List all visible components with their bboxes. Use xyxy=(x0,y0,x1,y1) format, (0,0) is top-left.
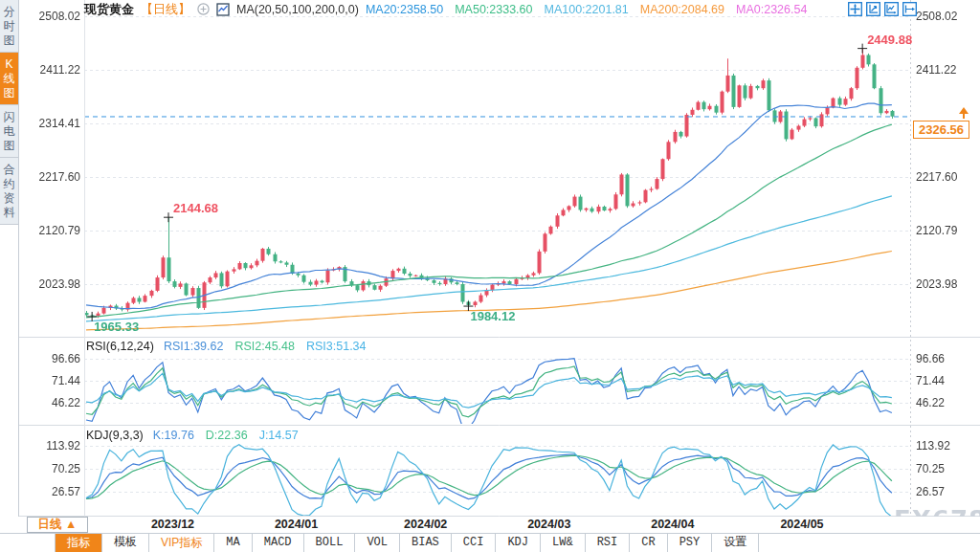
indicator-value: RSI1:39.62 xyxy=(164,340,224,353)
chart-header: 现货黄金 【日线】 MA(20,50,100,200,0,0) MA20:235… xyxy=(84,1,807,17)
toolbar-spacer xyxy=(0,534,56,552)
date-axis-row: 日线 ▲ 2023/122024/012024/022024/032024/04… xyxy=(0,517,980,533)
price-axis-label: 2217.60 xyxy=(17,170,80,184)
indicator-value: RSI2:45.48 xyxy=(234,340,295,353)
indicator-toolbar: 指标模板VIP指标MAMACDBOLLVOLBIASCCIKDJLW&RSICR… xyxy=(0,533,980,552)
kdj-header: KDJ(9,3,3) K:19.76D:22.36J:14.57 xyxy=(86,428,299,443)
x-axis-date: 2024/03 xyxy=(527,518,570,531)
rsi-values: RSI1:39.62RSI2:45.48RSI3:51.34 xyxy=(164,340,367,353)
x-axis-date: 2024/04 xyxy=(651,518,694,531)
ma-settings-label: MA(20,50,100,200,0,0) xyxy=(236,3,359,16)
toolbar-tab-PSY[interactable]: PSY xyxy=(668,534,713,552)
x-axis-date: 2023/12 xyxy=(151,518,194,531)
annotation-label: 2449.88 xyxy=(867,33,912,47)
current-price-box: 2326.56 xyxy=(913,121,969,139)
rsi-axis-label: 96.66 xyxy=(17,352,80,365)
kdj-values: K:19.76D:22.36J:14.57 xyxy=(153,429,299,442)
zoom-x-icon[interactable] xyxy=(884,2,899,16)
indicator-value: J:14.57 xyxy=(259,429,299,442)
toolbar-tab-BOLL[interactable]: BOLL xyxy=(304,534,356,552)
ma-value: MA0:2326.54 xyxy=(736,3,807,16)
period-selector-button[interactable]: 日线 ▲ xyxy=(27,517,88,533)
price-axis-label: 2023.98 xyxy=(17,277,80,291)
kdj-axis-label-right: 26.57 xyxy=(916,485,977,498)
kdj-axis-label: 26.57 xyxy=(17,485,80,498)
price-axis-label-right: 2023.98 xyxy=(916,277,977,291)
toolbar-tab-MACD[interactable]: MACD xyxy=(253,534,304,552)
sidebar-tab-2[interactable]: 闪电图 xyxy=(0,105,18,158)
price-axis-label-right: 2120.79 xyxy=(916,224,977,237)
toolbar-tab-LW&[interactable]: LW& xyxy=(541,534,586,552)
price-axis-label: 2314.41 xyxy=(17,117,80,130)
zoom-y-icon[interactable] xyxy=(866,2,880,16)
ma-value: MA200:2084.69 xyxy=(640,3,724,16)
toolbar-tab-VIP指标[interactable]: VIP指标 xyxy=(149,534,214,552)
price-axis-label-right: 2217.60 xyxy=(916,170,977,184)
rsi-title: RSI(6,12,24) xyxy=(86,340,154,353)
chart-canvas[interactable] xyxy=(0,0,980,552)
rsi-axis-label-right: 46.22 xyxy=(916,396,977,409)
annotation-label: 1965.33 xyxy=(94,320,139,334)
toolbar-tab-KDJ[interactable]: KDJ xyxy=(496,534,541,552)
toolbar-tab-指标[interactable]: 指标 xyxy=(56,534,102,552)
crosshair-icon[interactable] xyxy=(848,2,862,16)
ma-value: MA50:2333.60 xyxy=(455,3,532,16)
trading-chart-app: 分时图K线图闪电图合约资料 现货黄金 【日线】 MA(20,50,100,200… xyxy=(0,0,980,552)
chart-style-icon[interactable] xyxy=(216,3,230,16)
toolbar-tab-设置[interactable]: 设置 xyxy=(712,534,759,552)
toolbar-tab-MA[interactable]: MA xyxy=(214,534,252,552)
rsi-header: RSI(6,12,24) RSI1:39.62RSI2:45.48RSI3:51… xyxy=(86,339,367,354)
toolbar-tab-BIAS[interactable]: BIAS xyxy=(400,534,452,552)
ma-value: MA100:2201.81 xyxy=(545,3,629,16)
price-axis-label: 2120.79 xyxy=(17,224,80,237)
ma-values: MA20:2358.50MA50:2333.60MA100:2201.81MA2… xyxy=(366,3,808,16)
toolbar-tab-模板[interactable]: 模板 xyxy=(102,534,149,552)
sidebar: 分时图K线图闪电图合约资料 xyxy=(0,0,19,517)
price-axis-label-right: 2411.22 xyxy=(916,63,977,77)
price-axis-label: 2508.02 xyxy=(17,10,80,23)
rsi-axis-label: 46.22 xyxy=(17,396,80,409)
toolbar-tab-CCI[interactable]: CCI xyxy=(452,534,497,552)
sidebar-tab-1[interactable]: K线图 xyxy=(0,53,18,105)
toolbar-tab-VOL[interactable]: VOL xyxy=(355,534,400,552)
annotation-label: 1984.12 xyxy=(470,309,515,323)
rsi-axis-label-right: 96.66 xyxy=(916,352,977,365)
up-arrow-icon xyxy=(959,107,969,114)
x-axis-date: 2024/02 xyxy=(404,518,447,531)
sidebar-tab-3[interactable]: 合约资料 xyxy=(0,158,18,225)
kdj-axis-label: 113.92 xyxy=(17,439,80,453)
toolbar-tab-RSI[interactable]: RSI xyxy=(586,534,631,552)
rsi-axis-label-right: 71.44 xyxy=(916,374,977,387)
period-tag: 【日线】 xyxy=(141,1,190,18)
kdj-axis-label-right: 113.92 xyxy=(916,439,977,453)
x-axis-date: 2024/01 xyxy=(275,518,318,531)
annotation-label: 2144.68 xyxy=(173,201,218,215)
ma-value: MA20:2358.50 xyxy=(366,3,443,16)
indicator-value: K:19.76 xyxy=(153,429,194,442)
kdj-title: KDJ(9,3,3) xyxy=(86,429,144,442)
indicator-value: D:22.36 xyxy=(206,429,248,442)
add-circle-icon[interactable] xyxy=(197,3,210,15)
rsi-axis-label: 71.44 xyxy=(17,374,80,387)
toolbar-tab-CR[interactable]: CR xyxy=(630,534,667,552)
pan-right-icon[interactable] xyxy=(902,2,917,16)
symbol-name: 现货黄金 xyxy=(84,1,134,18)
x-axis-date: 2024/05 xyxy=(780,518,823,531)
kdj-axis-label: 70.25 xyxy=(17,462,80,475)
kdj-axis-label-right: 70.25 xyxy=(916,462,977,475)
chart-tools xyxy=(848,2,917,16)
indicator-value: RSI3:51.34 xyxy=(306,340,367,353)
sidebar-tab-0[interactable]: 分时图 xyxy=(0,0,18,53)
up-arrow-stem xyxy=(963,114,965,119)
price-axis-label-right: 2508.02 xyxy=(916,10,977,23)
price-axis-label: 2411.22 xyxy=(17,63,80,77)
